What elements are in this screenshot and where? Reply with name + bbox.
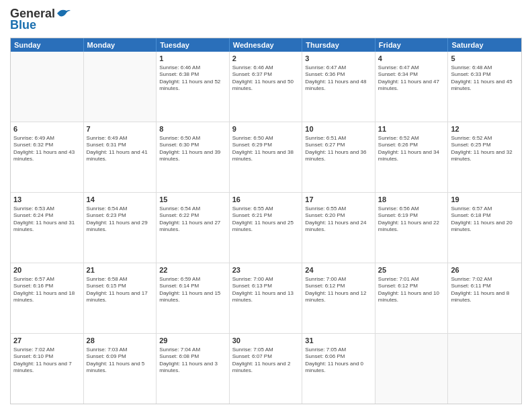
cell-info: Sunrise: 7:02 AM Sunset: 6:10 PM Dayligh… <box>13 347 81 375</box>
day-number: 31 <box>305 336 372 346</box>
calendar-cell-4-6 <box>448 334 521 404</box>
day-number: 23 <box>232 265 300 275</box>
calendar-cell-1-5: 11Sunrise: 6:52 AM Sunset: 6:26 PM Dayli… <box>375 122 449 192</box>
calendar-cell-4-3: 30Sunrise: 7:05 AM Sunset: 6:07 PM Dayli… <box>230 334 303 404</box>
cell-info: Sunrise: 6:50 AM Sunset: 6:29 PM Dayligh… <box>232 135 300 163</box>
header: General Blue <box>10 7 522 32</box>
day-number: 11 <box>378 124 445 134</box>
day-number: 15 <box>159 195 226 205</box>
cell-info: Sunrise: 6:46 AM Sunset: 6:37 PM Dayligh… <box>232 64 300 93</box>
day-number: 27 <box>13 336 81 346</box>
day-number: 26 <box>451 265 519 275</box>
cell-info: Sunrise: 6:57 AM Sunset: 6:16 PM Dayligh… <box>13 276 81 304</box>
calendar-row-4: 27Sunrise: 7:02 AM Sunset: 6:10 PM Dayli… <box>11 333 521 404</box>
calendar-cell-2-6: 19Sunrise: 6:57 AM Sunset: 6:18 PM Dayli… <box>448 193 521 263</box>
day-number: 4 <box>378 54 445 64</box>
day-number: 6 <box>13 124 81 134</box>
day-number: 22 <box>159 265 226 275</box>
calendar-cell-3-1: 21Sunrise: 6:58 AM Sunset: 6:15 PM Dayli… <box>84 263 157 333</box>
day-number: 13 <box>13 195 81 205</box>
cell-info: Sunrise: 7:05 AM Sunset: 6:06 PM Dayligh… <box>305 347 372 375</box>
cell-info: Sunrise: 6:55 AM Sunset: 6:20 PM Dayligh… <box>305 205 372 234</box>
cell-info: Sunrise: 6:54 AM Sunset: 6:23 PM Dayligh… <box>87 205 154 234</box>
day-number: 19 <box>451 195 519 205</box>
logo-blue: Blue <box>10 18 36 32</box>
cell-info: Sunrise: 7:01 AM Sunset: 6:12 PM Dayligh… <box>378 276 445 304</box>
cell-info: Sunrise: 6:56 AM Sunset: 6:19 PM Dayligh… <box>378 205 445 234</box>
day-number: 24 <box>305 265 372 275</box>
calendar-row-2: 13Sunrise: 6:53 AM Sunset: 6:24 PM Dayli… <box>11 192 521 263</box>
day-number: 2 <box>232 54 300 64</box>
cell-info: Sunrise: 7:02 AM Sunset: 6:11 PM Dayligh… <box>451 276 519 304</box>
calendar-row-3: 20Sunrise: 6:57 AM Sunset: 6:16 PM Dayli… <box>11 263 521 333</box>
cell-info: Sunrise: 6:51 AM Sunset: 6:27 PM Dayligh… <box>305 135 372 163</box>
calendar-cell-0-0 <box>11 52 84 122</box>
day-number: 12 <box>451 124 519 134</box>
day-number: 10 <box>305 124 372 134</box>
calendar-cell-0-4: 3Sunrise: 6:47 AM Sunset: 6:36 PM Daylig… <box>302 52 375 122</box>
calendar-cell-2-0: 13Sunrise: 6:53 AM Sunset: 6:24 PM Dayli… <box>11 193 84 263</box>
calendar-cell-1-6: 12Sunrise: 6:52 AM Sunset: 6:25 PM Dayli… <box>448 122 521 192</box>
calendar-cell-3-6: 26Sunrise: 7:02 AM Sunset: 6:11 PM Dayli… <box>448 263 521 333</box>
day-number: 29 <box>159 336 226 346</box>
cell-info: Sunrise: 6:46 AM Sunset: 6:38 PM Dayligh… <box>159 64 226 93</box>
calendar-cell-1-2: 8Sunrise: 6:50 AM Sunset: 6:30 PM Daylig… <box>157 122 230 192</box>
day-number: 25 <box>378 265 445 275</box>
logo-bird-icon <box>56 8 71 19</box>
calendar-cell-4-5 <box>375 334 449 404</box>
calendar-cell-2-4: 17Sunrise: 6:55 AM Sunset: 6:20 PM Dayli… <box>302 193 375 263</box>
day-number: 1 <box>159 54 226 64</box>
calendar-cell-4-2: 29Sunrise: 7:04 AM Sunset: 6:08 PM Dayli… <box>157 334 230 404</box>
calendar-cell-3-3: 23Sunrise: 7:00 AM Sunset: 6:13 PM Dayli… <box>230 263 303 333</box>
cell-info: Sunrise: 6:50 AM Sunset: 6:30 PM Dayligh… <box>159 135 226 163</box>
day-number: 30 <box>232 336 300 346</box>
calendar-row-0: 1Sunrise: 6:46 AM Sunset: 6:38 PM Daylig… <box>11 52 521 122</box>
day-number: 5 <box>451 54 519 64</box>
calendar-cell-1-4: 10Sunrise: 6:51 AM Sunset: 6:27 PM Dayli… <box>302 122 375 192</box>
cell-info: Sunrise: 6:55 AM Sunset: 6:21 PM Dayligh… <box>232 205 300 234</box>
weekday-header-sunday: Sunday <box>11 38 84 52</box>
day-number: 3 <box>305 54 372 64</box>
weekday-header-thursday: Thursday <box>302 38 375 52</box>
cell-info: Sunrise: 6:59 AM Sunset: 6:14 PM Dayligh… <box>159 276 226 304</box>
calendar-body: 1Sunrise: 6:46 AM Sunset: 6:38 PM Daylig… <box>11 52 521 404</box>
calendar-cell-4-0: 27Sunrise: 7:02 AM Sunset: 6:10 PM Dayli… <box>11 334 84 404</box>
day-number: 28 <box>87 336 154 346</box>
cell-info: Sunrise: 6:58 AM Sunset: 6:15 PM Dayligh… <box>87 276 154 304</box>
calendar-cell-0-1 <box>84 52 157 122</box>
calendar-cell-3-5: 25Sunrise: 7:01 AM Sunset: 6:12 PM Dayli… <box>375 263 449 333</box>
day-number: 14 <box>87 195 154 205</box>
logo: General Blue <box>10 7 71 32</box>
calendar-cell-0-6: 5Sunrise: 6:48 AM Sunset: 6:33 PM Daylig… <box>448 52 521 122</box>
calendar-cell-1-3: 9Sunrise: 6:50 AM Sunset: 6:29 PM Daylig… <box>230 122 303 192</box>
calendar: SundayMondayTuesdayWednesdayThursdayFrid… <box>10 38 522 404</box>
calendar-cell-1-0: 6Sunrise: 6:49 AM Sunset: 6:32 PM Daylig… <box>11 122 84 192</box>
weekday-header-friday: Friday <box>375 38 449 52</box>
calendar-cell-1-1: 7Sunrise: 6:49 AM Sunset: 6:31 PM Daylig… <box>84 122 157 192</box>
calendar-cell-2-1: 14Sunrise: 6:54 AM Sunset: 6:23 PM Dayli… <box>84 193 157 263</box>
day-number: 20 <box>13 265 81 275</box>
day-number: 9 <box>232 124 300 134</box>
cell-info: Sunrise: 6:48 AM Sunset: 6:33 PM Dayligh… <box>451 64 519 93</box>
calendar-cell-3-4: 24Sunrise: 7:00 AM Sunset: 6:12 PM Dayli… <box>302 263 375 333</box>
day-number: 21 <box>87 265 154 275</box>
weekday-header-monday: Monday <box>84 38 157 52</box>
calendar-cell-0-5: 4Sunrise: 6:47 AM Sunset: 6:34 PM Daylig… <box>375 52 449 122</box>
cell-info: Sunrise: 7:00 AM Sunset: 6:12 PM Dayligh… <box>305 276 372 304</box>
day-number: 8 <box>159 124 226 134</box>
cell-info: Sunrise: 6:47 AM Sunset: 6:36 PM Dayligh… <box>305 64 372 93</box>
cell-info: Sunrise: 6:57 AM Sunset: 6:18 PM Dayligh… <box>451 205 519 234</box>
weekday-header-saturday: Saturday <box>448 38 521 52</box>
cell-info: Sunrise: 7:00 AM Sunset: 6:13 PM Dayligh… <box>232 276 300 304</box>
cell-info: Sunrise: 7:04 AM Sunset: 6:08 PM Dayligh… <box>159 347 226 375</box>
calendar-row-1: 6Sunrise: 6:49 AM Sunset: 6:32 PM Daylig… <box>11 122 521 192</box>
weekday-header-wednesday: Wednesday <box>230 38 303 52</box>
cell-info: Sunrise: 6:54 AM Sunset: 6:22 PM Dayligh… <box>159 205 226 234</box>
day-number: 16 <box>232 195 300 205</box>
cell-info: Sunrise: 6:53 AM Sunset: 6:24 PM Dayligh… <box>13 205 81 234</box>
calendar-cell-2-3: 16Sunrise: 6:55 AM Sunset: 6:21 PM Dayli… <box>230 193 303 263</box>
calendar-header: SundayMondayTuesdayWednesdayThursdayFrid… <box>11 38 521 52</box>
page: General Blue SundayMondayTuesdayWednesda… <box>0 0 532 411</box>
calendar-cell-3-2: 22Sunrise: 6:59 AM Sunset: 6:14 PM Dayli… <box>157 263 230 333</box>
calendar-cell-3-0: 20Sunrise: 6:57 AM Sunset: 6:16 PM Dayli… <box>11 263 84 333</box>
